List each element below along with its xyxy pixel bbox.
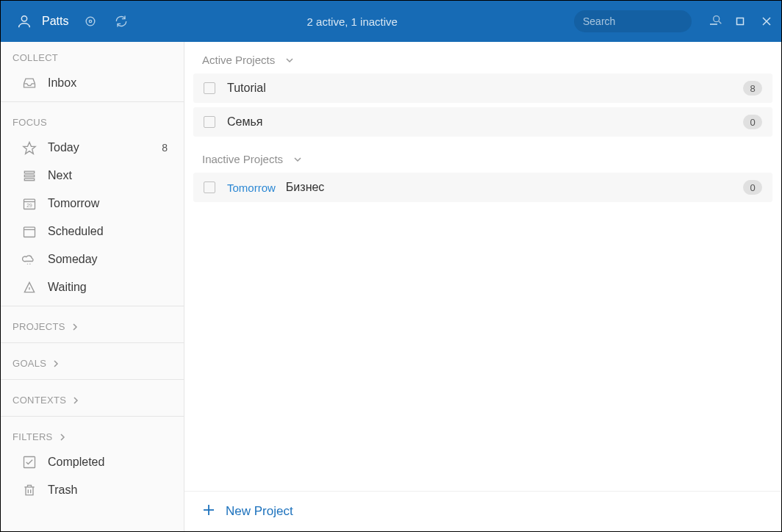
project-title: Бизнес: [286, 181, 325, 194]
section-label: GOALS: [12, 358, 46, 369]
svg-rect-10: [24, 171, 34, 173]
sidebar-header-goals[interactable]: GOALS: [1, 348, 184, 375]
new-project-label: New Project: [226, 504, 293, 519]
next-icon: [21, 168, 37, 184]
sidebar-header-collect: COLLECT: [1, 42, 184, 69]
svg-rect-6: [737, 18, 744, 25]
sidebar-item-tomorrow[interactable]: 29 Tomorrow: [1, 190, 184, 218]
sidebar-item-completed[interactable]: Completed: [1, 448, 184, 476]
close-button[interactable]: [761, 15, 772, 27]
sidebar-item-inbox[interactable]: Inbox: [1, 69, 184, 97]
chevron-right-icon: [71, 323, 79, 331]
section-label: PROJECTS: [12, 321, 65, 332]
sidebar-item-label: Next: [48, 169, 172, 182]
sidebar-item-label: Waiting: [48, 281, 172, 294]
divider: [1, 306, 184, 306]
count-badge: 0: [743, 115, 762, 129]
chevron-right-icon: [72, 397, 79, 404]
svg-text:29: 29: [26, 203, 32, 208]
waiting-icon: [21, 279, 37, 295]
project-row[interactable]: Tomorrow Бизнес 0: [193, 173, 772, 202]
main-content: Active Projects Tutorial 8 Семья 0 In: [184, 42, 781, 491]
sidebar-item-count: 8: [162, 142, 168, 154]
sidebar-item-trash[interactable]: Trash: [1, 476, 184, 504]
main-area: Active Projects Tutorial 8 Семья 0 In: [184, 42, 781, 531]
project-title: Tutorial: [227, 82, 266, 95]
titlebar: Patts 2 active, 1 inactive: [1, 1, 781, 42]
sidebar-header-contexts[interactable]: CONTEXTS: [1, 384, 184, 411]
group-header-inactive[interactable]: Inactive Projects: [184, 141, 781, 173]
svg-rect-16: [24, 227, 35, 237]
calendar-icon: [21, 223, 37, 240]
divider: [1, 342, 184, 343]
sidebar-header-filters[interactable]: FILTERS: [1, 421, 184, 448]
project-tag: Tomorrow: [227, 181, 276, 194]
group-header-active[interactable]: Active Projects: [184, 42, 781, 73]
inbox-icon: [21, 75, 37, 91]
chevron-right-icon: [59, 434, 66, 441]
search-input[interactable]: [583, 15, 711, 27]
sidebar-item-label: Someday: [48, 253, 172, 266]
svg-point-0: [21, 16, 26, 21]
plus-icon: [202, 503, 215, 520]
sidebar-item-next[interactable]: Next: [1, 162, 184, 190]
sidebar-item-label: Inbox: [48, 76, 172, 90]
checkbox[interactable]: [204, 116, 215, 128]
cloud-icon: [21, 251, 37, 267]
sidebar-item-label: Scheduled: [48, 225, 172, 238]
sidebar-header-focus: FOCUS: [1, 107, 184, 134]
trash-icon: [21, 482, 37, 498]
app-window: Patts 2 active, 1 inactive: [0, 0, 782, 532]
search-box[interactable]: [574, 10, 692, 32]
chevron-down-icon: [285, 56, 294, 65]
section-label: FILTERS: [12, 431, 53, 442]
sidebar-item-label: Tomorrow: [48, 197, 172, 210]
sidebar-item-label: Completed: [48, 456, 172, 469]
window-controls: [708, 15, 772, 27]
calendar-day-icon: 29: [21, 195, 37, 212]
section-label: CONTEXTS: [12, 395, 66, 406]
app-body: COLLECT Inbox FOCUS Today 8 Ne: [1, 42, 781, 531]
divider: [1, 379, 184, 380]
settings-icon[interactable]: [82, 12, 99, 30]
sidebar-item-waiting[interactable]: Waiting: [1, 273, 184, 301]
svg-rect-11: [24, 175, 34, 177]
group-label: Inactive Projects: [202, 153, 283, 165]
star-icon: [21, 140, 37, 156]
checkbox[interactable]: [204, 181, 215, 193]
project-title: Семья: [227, 115, 262, 129]
check-icon: [21, 454, 37, 470]
sidebar-item-today[interactable]: Today 8: [1, 134, 184, 162]
checkbox[interactable]: [204, 82, 215, 94]
count-badge: 0: [743, 180, 762, 195]
titlebar-left: Patts: [10, 12, 130, 30]
project-row[interactable]: Семья 0: [193, 107, 772, 137]
new-project-button[interactable]: New Project: [184, 491, 781, 531]
maximize-button[interactable]: [734, 15, 746, 27]
titlebar-right: [574, 10, 772, 32]
svg-point-1: [87, 17, 96, 26]
sidebar-header-projects[interactable]: PROJECTS: [1, 311, 184, 338]
sidebar-item-scheduled[interactable]: Scheduled: [1, 218, 184, 245]
sidebar-item-someday[interactable]: Someday: [1, 245, 184, 273]
group-label: Active Projects: [202, 54, 275, 66]
divider: [1, 101, 184, 102]
svg-rect-12: [24, 179, 34, 181]
user-icon: [15, 12, 33, 30]
sidebar: COLLECT Inbox FOCUS Today 8 Ne: [1, 42, 184, 531]
project-row[interactable]: Tutorial 8: [193, 73, 772, 103]
username-label: Patts: [42, 15, 68, 28]
user-menu[interactable]: Patts: [15, 12, 68, 30]
svg-point-2: [90, 20, 92, 22]
svg-marker-9: [24, 143, 36, 154]
sidebar-item-label: Today: [48, 141, 162, 154]
divider: [1, 416, 184, 417]
sidebar-item-label: Trash: [48, 484, 172, 497]
minimize-button[interactable]: [708, 15, 720, 27]
chevron-down-icon: [293, 155, 302, 164]
sync-icon[interactable]: [112, 12, 130, 30]
status-text: 2 active, 1 inactive: [130, 15, 574, 28]
count-badge: 8: [743, 81, 762, 96]
chevron-right-icon: [52, 360, 60, 367]
